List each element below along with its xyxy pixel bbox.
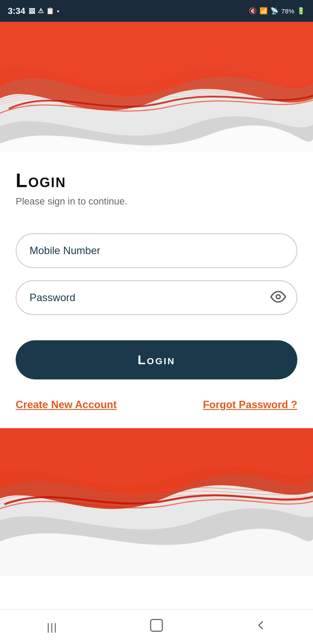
battery-percent: 78% [281,7,294,15]
svg-point-1 [276,295,280,299]
forgot-password-link[interactable]: Forgot Password ? [203,399,297,411]
main-content: Login Please sign in to continue. Login … [0,152,313,411]
signal-icon: 📡 [270,7,279,15]
mobile-number-group [16,233,297,268]
login-button[interactable]: Login [16,340,297,379]
password-group [16,280,297,315]
password-toggle-icon[interactable] [270,289,286,306]
home-button[interactable] [143,614,170,640]
status-bar: 3:34 🖼 ⚠ 📋 • 🔇 📶 📡 78% 🔋 [0,0,313,22]
image-icon: 🖼 [29,7,35,15]
back-button[interactable] [248,614,274,640]
notification-icon: 📋 [46,7,54,15]
create-account-link[interactable]: Create New Account [16,399,117,411]
password-input[interactable] [16,280,297,315]
top-wave-decoration [0,22,313,152]
bottom-nav-bar: ||| [0,609,313,644]
mobile-number-input[interactable] [16,233,297,268]
bottom-wave-decoration [0,428,313,576]
dot-icon: • [57,7,59,15]
mute-icon: 🔇 [249,7,257,15]
battery-icon: 🔋 [297,7,305,15]
page-subtitle: Please sign in to continue. [16,196,297,207]
recent-apps-icon: ||| [47,621,58,633]
home-icon [149,617,164,636]
recent-apps-button[interactable]: ||| [39,614,65,640]
page-title: Login [16,170,297,191]
links-row: Create New Account Forgot Password ? [16,399,297,411]
svg-rect-3 [151,620,163,631]
back-icon [253,617,269,636]
time-display: 3:34 [8,6,25,16]
alert-icon: ⚠ [38,7,43,15]
wifi-icon: 📶 [260,7,268,15]
